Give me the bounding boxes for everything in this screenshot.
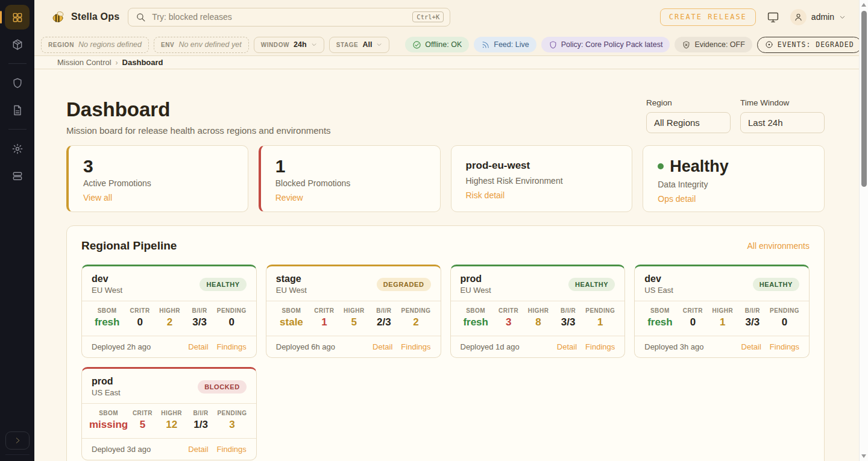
pipeline-stat: PENDING3	[215, 410, 249, 431]
stat-label: HIGHR	[157, 410, 186, 416]
findings-link[interactable]: Findings	[770, 342, 799, 351]
stat-label: HIGHR	[523, 307, 553, 314]
env-context-chip[interactable]: ENV No env defined yet	[154, 37, 249, 53]
search-input[interactable]	[152, 12, 406, 22]
sidebar	[0, 0, 34, 461]
pipeline-stat: HIGHR5	[339, 307, 369, 328]
stat-value: 0	[678, 316, 708, 328]
status-badge: DEGRADED	[377, 278, 431, 291]
data-integrity-card: Healthy Data Integrity Ops detail	[643, 145, 825, 212]
region-context-chip[interactable]: REGION No regions defined	[41, 37, 149, 53]
vertical-scrollbar[interactable]	[859, 0, 868, 461]
region-chip-label: REGION	[48, 42, 74, 48]
document-icon	[11, 104, 24, 116]
sidebar-item-dashboard[interactable]	[5, 5, 30, 30]
pipeline-card: prod EU West HEALTHY SBOMfreshCRITR3HIGH…	[450, 265, 626, 358]
person-icon	[794, 13, 803, 22]
pipeline-stat: PENDING0	[215, 307, 249, 328]
findings-link[interactable]: Findings	[217, 445, 247, 454]
pipeline-region-name: US East	[644, 286, 673, 295]
status-badge: HEALTHY	[568, 278, 615, 291]
stat-value: 0	[215, 316, 249, 328]
detail-link[interactable]: Detail	[373, 342, 392, 351]
sidebar-item-documents[interactable]	[5, 98, 30, 122]
create-release-button[interactable]: CREATE RELEASE	[660, 8, 756, 26]
display-mode-button[interactable]	[767, 11, 779, 24]
page-filters: Region All Regions Time Window Last 24h	[646, 98, 825, 133]
pipeline-env-name: dev	[644, 274, 673, 284]
search-icon	[136, 12, 146, 22]
sidebar-expand-button[interactable]	[5, 431, 30, 450]
page-content: Dashboard Mission board for release heal…	[34, 69, 859, 461]
stat-value: 3/3	[184, 316, 214, 328]
time-window-filter-group: Time Window Last 24h	[740, 98, 825, 133]
detail-link[interactable]: Detail	[188, 445, 208, 454]
policy-status-chip[interactable]: Policy: Core Policy Pack latest	[541, 37, 670, 52]
stage-context-chip[interactable]: STAGE All	[329, 37, 390, 53]
review-link[interactable]: Review	[275, 193, 303, 202]
stat-label: CRITR	[494, 307, 523, 314]
pipeline-stat: CRITR0	[125, 307, 154, 328]
events-status-pill[interactable]: EVENTS: DEGRADED	[757, 37, 862, 53]
chevron-down-icon	[376, 42, 382, 48]
pipeline-card-links: Detail Findings	[188, 445, 246, 454]
stat-value: 2	[155, 316, 184, 328]
sidebar-item-security[interactable]	[5, 71, 30, 95]
stat-label: B/I/R	[369, 307, 398, 314]
pipeline-stat: HIGHR1	[708, 307, 737, 328]
scrollbar-thumb[interactable]	[861, 11, 867, 187]
findings-link[interactable]: Findings	[217, 342, 247, 351]
pipeline-card-header: prod EU West HEALTHY	[451, 266, 625, 301]
stat-value: missing	[89, 419, 128, 431]
scroll-down-arrow-icon[interactable]	[861, 454, 866, 458]
stat-label: SBOM	[458, 307, 494, 314]
all-environments-link[interactable]: All environments	[747, 241, 810, 251]
scroll-up-arrow-icon[interactable]	[861, 3, 866, 7]
pipeline-card-links: Detail Findings	[188, 342, 246, 351]
pipeline-card: prod US East BLOCKED SBOMmissingCRITR5HI…	[81, 367, 257, 460]
stat-label: B/I/R	[186, 410, 215, 416]
regional-pipeline-title: Regional Pipeline	[81, 239, 177, 252]
stat-label: HIGHR	[155, 307, 184, 314]
detail-link[interactable]: Detail	[557, 342, 577, 351]
sidebar-item-infrastructure[interactable]	[5, 163, 30, 188]
region-select[interactable]: All Regions	[646, 112, 731, 133]
brand[interactable]: Stella Ops	[51, 10, 119, 24]
pipeline-card-footer: Deployed 3d ago Detail Findings	[82, 439, 256, 460]
chevron-down-icon	[311, 42, 317, 48]
stat-cards-row: 3 Active Promotions View all 1 Blocked P…	[66, 145, 825, 212]
findings-link[interactable]: Findings	[401, 342, 430, 351]
pipeline-stat: SBOMmissing	[89, 410, 128, 431]
stat-value: 3/3	[738, 316, 767, 328]
gear-icon	[11, 143, 24, 155]
time-window-select[interactable]: Last 24h	[740, 112, 825, 133]
findings-link[interactable]: Findings	[585, 342, 615, 351]
feed-status-chip[interactable]: Feed: Live	[474, 37, 536, 52]
global-search[interactable]: Ctrl+K	[128, 8, 450, 27]
window-context-chip[interactable]: WINDOW 24h	[254, 37, 324, 53]
pipeline-card-titles: prod EU West	[461, 274, 491, 295]
risk-detail-link[interactable]: Risk detail	[466, 190, 505, 200]
sidebar-item-settings[interactable]	[5, 136, 30, 161]
ops-detail-link[interactable]: Ops detail	[658, 194, 696, 204]
chevron-down-icon	[839, 14, 846, 20]
pipeline-stat: PENDING0	[767, 307, 802, 328]
pipeline-region-name: EU West	[276, 286, 307, 295]
stat-value: 0	[767, 316, 802, 328]
deployed-text: Deployed 6h ago	[276, 342, 335, 351]
top-bar-actions: CREATE RELEASE admin	[660, 8, 846, 26]
view-all-link[interactable]: View all	[83, 193, 112, 202]
shield-icon	[11, 77, 24, 89]
offline-status-chip[interactable]: Offline: OK	[405, 37, 469, 52]
detail-link[interactable]: Detail	[741, 342, 761, 351]
breadcrumb-parent[interactable]: Mission Control	[57, 58, 112, 67]
shield-off-icon	[682, 40, 691, 49]
chevron-right-icon	[13, 436, 22, 445]
evidence-status-chip[interactable]: Evidence: OFF	[675, 37, 752, 52]
blocked-promotions-value: 1	[275, 157, 426, 176]
sidebar-item-releases[interactable]	[5, 32, 30, 57]
user-menu[interactable]: admin	[790, 9, 846, 25]
package-icon	[11, 39, 24, 51]
policy-status-label: Policy: Core Policy Pack latest	[561, 40, 663, 49]
detail-link[interactable]: Detail	[188, 342, 208, 351]
